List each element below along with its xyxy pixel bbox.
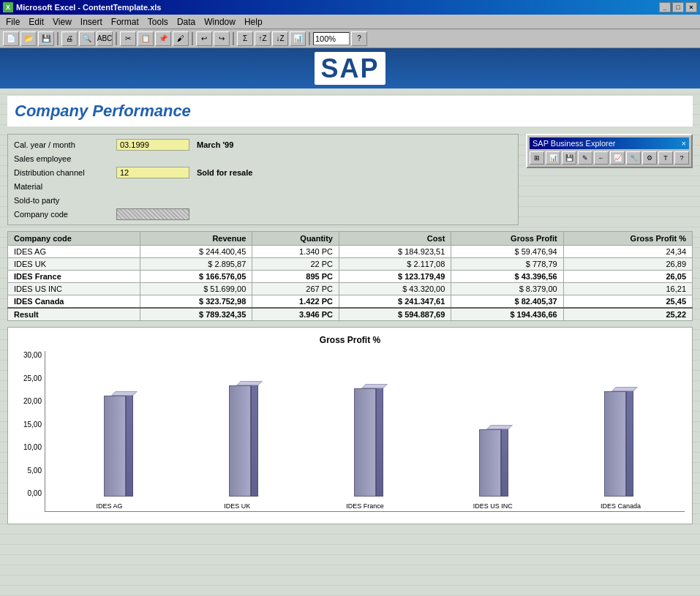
result-label: Result — [8, 308, 140, 321]
window-controls[interactable]: _ □ × — [659, 2, 697, 12]
y-axis-label: 15,00 — [15, 420, 42, 429]
cell-company: IDES US INC — [8, 283, 140, 295]
cell-quantity: 267 PC — [252, 283, 339, 295]
paste-button[interactable]: 📌 — [155, 31, 171, 46]
separator-4 — [233, 32, 234, 45]
filter-label-calyear: Cal. year / month — [14, 140, 116, 149]
col-header-revenue: Revenue — [140, 232, 252, 246]
page-title: Company Performance — [7, 96, 693, 127]
sap-btn-8[interactable]: ⚙ — [642, 151, 657, 165]
cut-button[interactable]: ✂ — [120, 31, 136, 46]
cell-cost: $ 123.179,49 — [339, 271, 451, 283]
table-header-row: Company code Revenue Quantity Cost Gross… — [8, 232, 693, 246]
cell-revenue: $ 244.400,45 — [140, 246, 252, 258]
format-painter[interactable]: 🖌 — [173, 31, 189, 46]
y-axis-label: 20,00 — [15, 397, 42, 405]
table-row: IDES AG $ 244.400,45 1.340 PC $ 184.923,… — [8, 246, 693, 258]
y-axis-label: 5,00 — [15, 467, 42, 475]
menu-help[interactable]: Help — [240, 15, 267, 29]
minimize-button[interactable]: _ — [659, 2, 671, 12]
close-button[interactable]: × — [685, 2, 697, 12]
menu-file[interactable]: File — [1, 15, 24, 29]
sort-asc[interactable]: ↑Z — [255, 31, 271, 46]
sap-btn-5[interactable]: ← — [594, 151, 609, 165]
sap-toolbar-close[interactable]: × — [682, 139, 686, 148]
sap-explorer-toolbar: SAP Business Explorer × ⊞ 📊 💾 ✎ ← 📈 🔧 ⚙ … — [526, 134, 693, 225]
sap-btn-10[interactable]: ? — [674, 151, 689, 165]
sap-header: SAP — [0, 48, 700, 88]
filter-label-material: Material — [14, 182, 116, 191]
preview-button[interactable]: 🔍 — [79, 31, 95, 46]
cell-gross-profit-pct: 26,05 — [563, 271, 692, 283]
menu-format[interactable]: Format — [107, 15, 143, 29]
title-bar: X Microsoft Excel - ContentTemplate.xls … — [0, 0, 700, 15]
sap-logo: SAP — [315, 53, 385, 84]
filter-value-calyear: 03.1999 — [116, 139, 189, 151]
col-header-quantity: Quantity — [252, 232, 339, 246]
menu-edit[interactable]: Edit — [24, 15, 48, 29]
filter-row-distchan: Distribution channel 12 Sold for resale — [14, 166, 512, 179]
x-axis-label: IDES AG — [45, 497, 173, 511]
table-row: IDES France $ 166.576,05 895 PC $ 123.17… — [8, 271, 693, 283]
chart-area: 30,0025,0020,0015,0010,005,000,00 — [15, 351, 685, 512]
cell-gross-profit: $ 778,79 — [451, 258, 563, 271]
filter-text-calyear: March '99 — [197, 140, 233, 149]
sap-btn-3[interactable]: 💾 — [562, 151, 576, 165]
sap-btn-6[interactable]: 📈 — [610, 151, 625, 165]
filter-label-sales: Sales employee — [14, 154, 116, 163]
col-header-company: Company code — [8, 232, 140, 246]
table-row: IDES Canada $ 323.752,98 1.422 PC $ 241.… — [8, 295, 693, 309]
sap-btn-1[interactable]: ⊞ — [530, 151, 544, 165]
cell-gross-profit: $ 43.396,56 — [451, 271, 563, 283]
result-cost: $ 594.887,69 — [339, 308, 451, 321]
cell-quantity: 895 PC — [252, 271, 339, 283]
copy-button[interactable]: 📋 — [138, 31, 154, 46]
maximize-button[interactable]: □ — [672, 2, 684, 12]
cell-revenue: $ 166.576,05 — [140, 271, 252, 283]
y-axis-label: 0,00 — [15, 489, 42, 497]
sap-btn-9[interactable]: T — [658, 151, 673, 165]
menu-tools[interactable]: Tools — [143, 15, 173, 29]
sap-btn-2[interactable]: 📊 — [546, 151, 560, 165]
menu-view[interactable]: View — [48, 15, 76, 29]
cell-gross-profit-pct: 24,34 — [563, 246, 692, 258]
cell-quantity: 1.422 PC — [252, 295, 339, 309]
filter-label-compcode: Company code — [14, 210, 116, 219]
autosum-button[interactable]: Σ — [237, 31, 253, 46]
chart-bar-group — [53, 396, 178, 497]
filter-grid: Cal. year / month 03.1999 March '99 Sale… — [7, 134, 519, 225]
chart-x-labels: IDES AGIDES UKIDES FranceIDES US INCIDES… — [45, 497, 685, 511]
cell-gross-profit-pct: 25,45 — [563, 295, 692, 309]
filter-label-soldto: Sold-to party — [14, 196, 116, 205]
menu-window[interactable]: Window — [200, 15, 240, 29]
save-button[interactable]: 💾 — [38, 31, 54, 46]
open-button[interactable]: 📂 — [20, 31, 37, 46]
result-revenue: $ 789.324,35 — [140, 308, 252, 321]
chart-bar-group — [427, 429, 552, 497]
sap-btn-7[interactable]: 🔧 — [626, 151, 641, 165]
cell-company: IDES AG — [8, 246, 140, 258]
data-table: Company code Revenue Quantity Cost Gross… — [7, 231, 693, 321]
spellcheck-button[interactable]: ABC — [97, 31, 113, 46]
y-axis-label: 30,00 — [15, 351, 42, 359]
menu-data[interactable]: Data — [173, 15, 200, 29]
cell-cost: $ 43.320,00 — [339, 283, 451, 295]
sort-desc[interactable]: ↓Z — [272, 31, 288, 46]
separator-2 — [116, 32, 117, 45]
filter-section: Cal. year / month 03.1999 March '99 Sale… — [7, 134, 693, 225]
zoom-input[interactable] — [313, 32, 350, 45]
table-row: IDES US INC $ 51.699,00 267 PC $ 43.320,… — [8, 283, 693, 295]
new-button[interactable]: 📄 — [3, 31, 19, 46]
cell-quantity: 22 PC — [252, 258, 339, 271]
chart-bar-group — [303, 388, 428, 497]
undo-button[interactable]: ↩ — [196, 31, 212, 46]
sap-toolbar-container: SAP Business Explorer × ⊞ 📊 💾 ✎ ← 📈 🔧 ⚙ … — [526, 134, 693, 168]
redo-button[interactable]: ↪ — [214, 31, 230, 46]
sap-btn-4[interactable]: ✎ — [578, 151, 592, 165]
print-button[interactable]: 🖨 — [61, 31, 78, 46]
chart-button[interactable]: 📊 — [290, 31, 306, 46]
cell-gross-profit: $ 82.405,37 — [451, 295, 563, 309]
menu-insert[interactable]: Insert — [76, 15, 107, 29]
filter-label-distchan: Distribution channel — [14, 168, 116, 177]
help-button[interactable]: ? — [351, 31, 367, 46]
